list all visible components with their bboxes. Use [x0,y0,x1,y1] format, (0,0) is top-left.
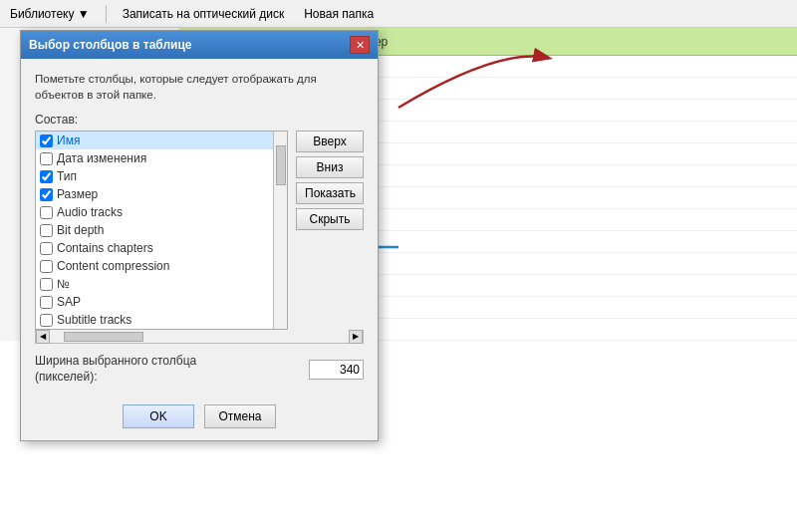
scroll-left-arrow[interactable]: ◀ [36,330,50,344]
list-item-checkbox[interactable] [40,170,53,183]
list-item[interactable]: Subtitle tracks [36,311,287,329]
list-item-label: Bit depth [57,223,104,237]
scroll-thumb[interactable] [64,332,143,342]
list-item[interactable]: Размер [36,185,287,203]
toolbar: Библиотеку ▼ Записать на оптический диск… [0,0,797,28]
list-item[interactable]: Имя [36,132,287,149]
down-button[interactable]: Вниз [296,156,364,178]
width-section: Ширина выбранного столбца(пикселей): [35,354,364,385]
horizontal-scrollbar[interactable]: ◀ ▶ [35,330,364,344]
list-item-label: Content compression [57,259,169,273]
list-vertical-scrollbar[interactable] [273,132,287,329]
list-item-checkbox[interactable] [40,242,53,255]
list-item-checkbox[interactable] [40,314,53,327]
list-item-label: Дата изменения [57,151,146,165]
list-label: Состав: [35,113,364,127]
list-item-label: Subtitle tracks [57,313,132,327]
list-item-checkbox[interactable] [40,296,53,309]
list-item[interactable]: Тип [36,167,287,185]
checkbox-list[interactable]: ИмяДата измененияТипРазмерAudio tracksBi… [35,131,288,330]
list-item[interactable]: Дата изменения [36,149,287,167]
cancel-button[interactable]: Отмена [204,404,276,428]
list-item[interactable]: Contains chapters [36,239,287,257]
list-item[interactable]: Bit depth [36,221,287,239]
list-container: ИмяДата измененияТипРазмерAudio tracksBi… [35,131,364,330]
list-item-checkbox[interactable] [40,224,53,237]
list-item-checkbox[interactable] [40,278,53,291]
list-item-label: Размер [57,187,98,201]
list-item-checkbox[interactable] [40,260,53,273]
list-item[interactable]: Content compression [36,257,287,275]
dialog-title: Выбор столбцов в таблице [29,38,191,52]
column-chooser-dialog: Выбор столбцов в таблице ✕ Пометьте стол… [20,30,379,441]
list-item-label: Audio tracks [57,205,123,219]
list-item-label: № [57,277,70,291]
dialog-description: Пометьте столбцы, которые следует отобра… [35,71,364,103]
side-button-panel: Вверх Вниз Показать Скрыть [296,131,364,330]
list-item-checkbox[interactable] [40,152,53,165]
dialog-footer: OK Отмена [21,397,378,440]
dialog-titlebar: Выбор столбцов в таблице ✕ [21,31,378,59]
list-item-checkbox[interactable] [40,134,53,147]
show-button[interactable]: Показать [296,182,364,204]
dialog-body: Пометьте столбцы, которые следует отобра… [21,59,378,397]
list-item-label: Тип [57,169,77,183]
list-item-checkbox[interactable] [40,188,53,201]
list-item[interactable]: № [36,275,287,293]
list-item[interactable]: Audio tracks [36,203,287,221]
list-item-label: SAP [57,295,81,309]
list-item[interactable]: Subtitles [36,329,287,330]
list-item-checkbox[interactable] [40,206,53,219]
up-button[interactable]: Вверх [296,131,364,152]
ok-button[interactable]: OK [123,404,194,428]
library-button[interactable]: Библиотеку ▼ [4,5,96,23]
width-input[interactable] [309,360,364,380]
list-item[interactable]: SAP [36,293,287,311]
list-item-label: Contains chapters [57,241,153,255]
burn-button[interactable]: Записать на оптический диск [117,5,291,23]
list-item-label: Имя [57,133,80,147]
width-label: Ширина выбранного столбца(пикселей): [35,354,301,385]
toolbar-separator [106,5,107,23]
new-folder-button[interactable]: Новая папка [298,5,380,23]
hide-button[interactable]: Скрыть [296,208,364,230]
scroll-right-arrow[interactable]: ▶ [349,330,363,344]
dialog-close-button[interactable]: ✕ [350,36,370,54]
